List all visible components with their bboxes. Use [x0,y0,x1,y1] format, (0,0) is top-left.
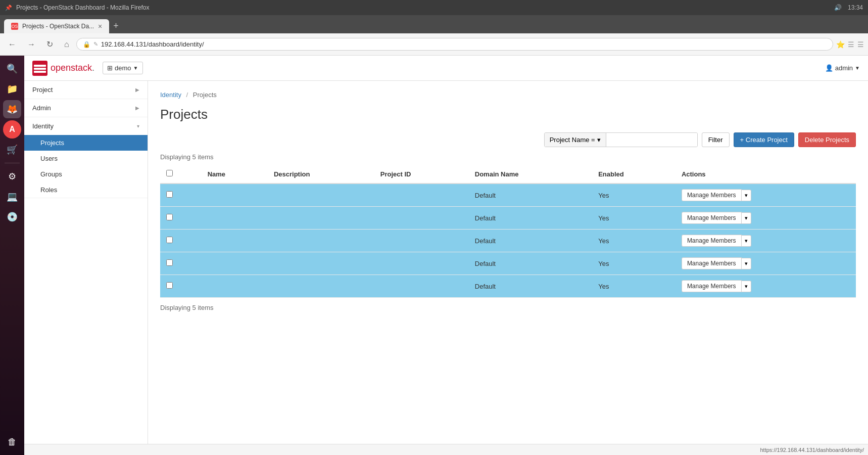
row-description-2 [268,230,374,252]
row-enabled-0: Yes [592,184,676,207]
window-title: Projects - OpenStack Dashboard - Mozilla… [16,4,149,11]
dock-files-icon[interactable]: 📁 [3,80,21,98]
manage-members-button-0[interactable]: Manage Members [682,189,742,201]
filter-select-container: Project Name = ▾ [544,132,698,147]
row-enabled-2: Yes [592,230,676,252]
browser-navbar: ← → ↻ ⌂ 🔒 ✎ ⭐ ☰ ☰ [0,33,868,56]
demo-label: demo [115,64,131,72]
delete-projects-button[interactable]: Delete Projects [798,132,856,147]
manage-dropdown-button-0[interactable]: ▾ [742,190,751,201]
tab-close-button[interactable]: × [98,22,102,30]
create-project-button[interactable]: + Create Project [734,132,794,147]
breadcrumb-identity-link[interactable]: Identity [160,91,181,99]
manage-members-button-3[interactable]: Manage Members [682,257,742,269]
manage-members-button-1[interactable]: Manage Members [682,212,742,224]
table-header-row: Name Description Project ID Domain Name … [160,165,856,184]
back-button[interactable]: ← [4,38,20,51]
table-row: Default Yes Manage Members ▾ [160,184,856,207]
dock-settings-icon[interactable]: ⚙ [3,167,21,186]
manage-dropdown-button-1[interactable]: ▾ [742,212,751,224]
svg-rect-3 [34,71,46,73]
th-enabled: Enabled [592,165,676,184]
row-actions-1: Manage Members ▾ [676,207,856,230]
row-enabled-3: Yes [592,252,676,275]
new-tab-button[interactable]: + [109,19,123,33]
manage-members-button-2[interactable]: Manage Members [682,235,742,247]
filter-select-button[interactable]: Project Name = ▾ [545,133,606,147]
filter-chevron: ▾ [597,136,601,144]
row-domain-3: Default [469,252,592,275]
th-checkbox [160,165,202,184]
menu-icon[interactable]: ☰ [857,40,864,49]
tab-favicon: OS [11,23,18,30]
sidebar-item-project[interactable]: Project ▶ [24,81,148,99]
nav-section-project: Project ▶ [24,81,148,99]
edit-icon: ✎ [93,41,98,48]
manage-dropdown-button-4[interactable]: ▾ [742,281,751,292]
manage-dropdown-button-3[interactable]: ▾ [742,258,751,269]
row-name-3 [202,252,268,275]
row-checkbox-cell [160,207,202,230]
home-button[interactable]: ⌂ [60,38,73,51]
dock-firefox-icon[interactable]: 🦊 [3,100,21,118]
forward-button[interactable]: → [23,38,39,51]
th-description: Description [268,165,374,184]
row-checkbox-1[interactable] [166,214,173,220]
os-dock: 🔍 📁 🦊 A 🛒 ⚙ 💻 💿 🗑 [0,56,24,455]
sidebar-item-admin[interactable]: Admin ▶ [24,99,148,117]
dock-trash-icon[interactable]: 🗑 [3,433,21,451]
volume-icon: 🔊 [834,4,842,11]
refresh-button[interactable]: ↻ [42,37,57,51]
row-enabled-1: Yes [592,207,676,230]
row-domain-1: Default [469,207,592,230]
row-checkbox-0[interactable] [166,191,173,198]
filter-input[interactable] [606,133,697,147]
security-icon: 🔒 [83,41,90,48]
manage-members-button-4[interactable]: Manage Members [682,280,742,292]
nav-action-buttons: ⭐ ☰ ☰ [836,40,864,49]
row-domain-4: Default [469,275,592,298]
filter-button[interactable]: Filter [702,132,730,147]
nav-section-identity: Identity ▾ Projects Users Groups Roles [24,117,148,198]
row-project-id-1 [374,207,469,230]
row-checkbox-3[interactable] [166,259,173,266]
demo-menu[interactable]: ⊞ demo ▼ [103,62,142,74]
dock-search-icon[interactable]: 🔍 [3,60,21,78]
sidebar-item-roles[interactable]: Roles [24,182,148,198]
manage-actions-3: Manage Members ▾ [682,257,850,269]
table-row: Default Yes Manage Members ▾ [160,252,856,275]
row-name-4 [202,275,268,298]
row-description-4 [268,275,374,298]
row-checkbox-2[interactable] [166,237,173,243]
manage-dropdown-button-2[interactable]: ▾ [742,235,751,247]
dock-store-icon[interactable]: 🛒 [3,141,21,159]
dock-terminal-icon[interactable]: 💻 [3,188,21,206]
identity-chevron: ▾ [137,123,139,129]
projects-table: Name Description Project ID Domain Name … [160,165,856,298]
manage-actions-0: Manage Members ▾ [682,189,850,201]
row-checkbox-4[interactable] [166,282,173,289]
sidebar-item-projects[interactable]: Projects [24,135,148,151]
svg-rect-1 [34,65,46,67]
dock-dvd-icon[interactable]: 💿 [3,208,21,226]
address-input[interactable] [101,40,827,48]
row-domain-0: Default [469,184,592,207]
th-actions: Actions [676,165,856,184]
breadcrumb-separator: / [186,91,188,99]
address-bar-container: 🔒 ✎ [76,38,833,51]
sidebar-item-identity[interactable]: Identity ▾ [24,117,148,135]
dock-separator [5,163,20,163]
sidebar-item-users[interactable]: Users [24,151,148,166]
status-bar: https://192.168.44.131/dashboard/identit… [24,444,868,455]
tab-label: Projects - OpenStack Da... [22,23,94,30]
dock-amazon-icon[interactable]: A [3,120,21,139]
row-project-id-2 [374,230,469,252]
active-tab[interactable]: OS Projects - OpenStack Da... × [4,19,109,33]
admin-menu[interactable]: 👤 admin ▼ [825,64,860,72]
sidebar-toggle-icon[interactable]: ☰ [848,40,854,49]
sidebar-item-groups[interactable]: Groups [24,166,148,182]
user-icon: 👤 [825,64,833,72]
bookmarks-icon[interactable]: ⭐ [836,40,845,49]
admin-label: admin [835,64,853,72]
select-all-checkbox[interactable] [166,170,173,176]
